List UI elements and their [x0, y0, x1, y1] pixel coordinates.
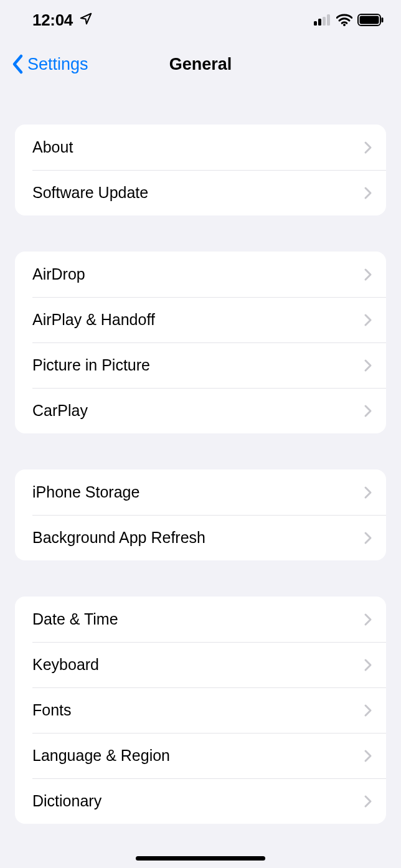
chevron-right-icon [364, 658, 372, 672]
status-bar: 12:04 [0, 0, 401, 40]
wifi-icon [336, 14, 352, 26]
back-label: Settings [27, 55, 88, 74]
settings-group: iPhone Storage Background App Refresh [15, 469, 386, 560]
chevron-right-icon [364, 613, 372, 626]
row-label: Picture in Picture [32, 356, 150, 374]
settings-group: AirDrop AirPlay & Handoff Picture in Pic… [15, 252, 386, 433]
row-fonts[interactable]: Fonts [15, 687, 386, 733]
status-time: 12:04 [32, 11, 73, 30]
row-keyboard[interactable]: Keyboard [15, 642, 386, 687]
row-iphone-storage[interactable]: iPhone Storage [15, 469, 386, 515]
chevron-right-icon [364, 186, 372, 200]
row-airplay-handoff[interactable]: AirPlay & Handoff [15, 297, 386, 342]
nav-bar: Settings General [0, 40, 401, 88]
chevron-right-icon [364, 313, 372, 327]
row-software-update[interactable]: Software Update [15, 170, 386, 215]
chevron-right-icon [364, 795, 372, 808]
chevron-right-icon [364, 268, 372, 281]
svg-rect-1 [318, 19, 321, 26]
row-label: Language & Region [32, 747, 170, 765]
location-icon [79, 12, 93, 28]
row-carplay[interactable]: CarPlay [15, 388, 386, 433]
chevron-right-icon [364, 359, 372, 372]
row-label: CarPlay [32, 402, 88, 420]
row-label: Fonts [32, 701, 72, 719]
chevron-right-icon [364, 749, 372, 763]
home-indicator [136, 856, 265, 861]
svg-rect-6 [360, 16, 379, 24]
svg-rect-7 [382, 17, 384, 22]
battery-icon [357, 14, 384, 26]
row-dictionary[interactable]: Dictionary [15, 778, 386, 824]
row-label: AirDrop [32, 265, 85, 283]
row-label: Keyboard [32, 656, 99, 674]
svg-rect-0 [314, 21, 317, 26]
row-label: Software Update [32, 184, 148, 202]
row-label: iPhone Storage [32, 483, 139, 501]
chevron-right-icon [364, 404, 372, 418]
chevron-right-icon [364, 141, 372, 154]
row-label: Background App Refresh [32, 529, 205, 547]
row-label: AirPlay & Handoff [32, 311, 155, 329]
row-background-app-refresh[interactable]: Background App Refresh [15, 515, 386, 560]
row-label: Date & Time [32, 610, 118, 628]
settings-group: Date & Time Keyboard Fonts Language & Re… [15, 597, 386, 824]
row-about[interactable]: About [15, 125, 386, 170]
row-label: About [32, 138, 73, 156]
svg-point-4 [343, 24, 346, 26]
chevron-left-icon [11, 54, 25, 75]
status-right [314, 14, 384, 26]
row-label: Dictionary [32, 792, 101, 810]
status-left: 12:04 [32, 11, 93, 30]
chevron-right-icon [364, 531, 372, 545]
row-date-time[interactable]: Date & Time [15, 597, 386, 642]
chevron-right-icon [364, 704, 372, 717]
row-airdrop[interactable]: AirDrop [15, 252, 386, 297]
row-language-region[interactable]: Language & Region [15, 733, 386, 778]
back-button[interactable]: Settings [7, 50, 92, 78]
content: About Software Update AirDrop AirPlay & … [0, 125, 401, 824]
svg-rect-2 [323, 17, 326, 26]
chevron-right-icon [364, 486, 372, 499]
settings-group: About Software Update [15, 125, 386, 215]
cellular-signal-icon [314, 14, 331, 26]
svg-rect-3 [327, 14, 330, 26]
row-picture-in-picture[interactable]: Picture in Picture [15, 342, 386, 388]
